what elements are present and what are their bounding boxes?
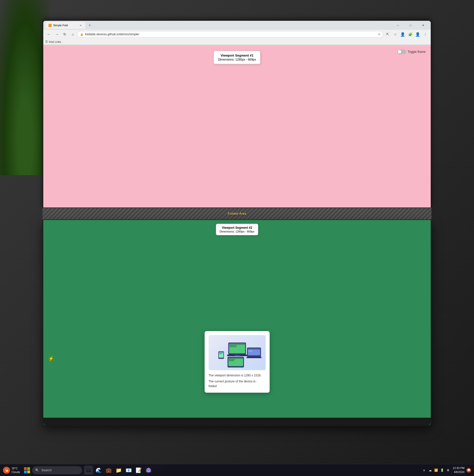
browser-chrome: 🟧 Simple Fold ✕ + ─ □ ✕ ← → ↻ ⌂ 🔒 bbox=[43, 21, 431, 45]
weather-info: 18°C Cloudy bbox=[12, 466, 20, 474]
cast-icon[interactable]: ⇱ bbox=[384, 31, 391, 38]
top-screen: 🟧 Simple Fold ✕ + ─ □ ✕ ← → ↻ ⌂ 🔒 bbox=[43, 20, 431, 207]
extensions-icon[interactable]: 🧩 bbox=[407, 31, 414, 38]
bookmarks-label[interactable]: Intel Links bbox=[49, 40, 61, 43]
tray-cloud[interactable]: ☁ bbox=[428, 468, 433, 473]
window-controls: ─ □ ✕ bbox=[392, 22, 429, 29]
tray-wifi[interactable]: 📶 bbox=[434, 468, 439, 473]
reload-button[interactable]: ↻ bbox=[61, 31, 68, 38]
segment-1-dimensions: Dimensions: 1280px - 669px bbox=[218, 58, 256, 61]
clock-display[interactable]: 12:43 PM 4/8/2024 bbox=[453, 466, 464, 474]
folded-area-label: Folded Area bbox=[228, 212, 246, 215]
edge-icon: 🌊 bbox=[96, 467, 102, 473]
svg-rect-11 bbox=[230, 347, 237, 347]
system-tray: ∧ ☁ 📶 🔋 ⚙ 12:43 PM 4/8/2024 💬 bbox=[422, 466, 471, 474]
taskbar: 🌤 18°C Cloudy 🔍 Search 🗂 🌊 💼 📁 bbox=[0, 464, 474, 476]
svg-rect-10 bbox=[230, 346, 236, 346]
notification-button[interactable]: 💬 bbox=[466, 468, 471, 472]
reload-icon-small: ↻ bbox=[378, 33, 380, 36]
taskbar-search-bar[interactable]: 🔍 Search bbox=[32, 466, 82, 474]
notification-icon: 💬 bbox=[467, 469, 470, 471]
tray-icons: ∧ ☁ 📶 🔋 ⚙ bbox=[422, 468, 451, 473]
toggle-switch[interactable] bbox=[397, 50, 406, 54]
weather-temp: 18°C bbox=[12, 466, 20, 470]
file-explorer-icon: 🗂 bbox=[86, 467, 91, 473]
posture-info: The current posture of the device is : f… bbox=[209, 379, 266, 389]
toggle-knob bbox=[398, 50, 401, 54]
taskbar-app-outlook[interactable]: 📧 bbox=[124, 466, 133, 475]
content-card: The viewport dimension is 1280 x 1528. T… bbox=[205, 331, 270, 393]
tray-settings[interactable]: ⚙ bbox=[446, 468, 451, 473]
svg-rect-8 bbox=[229, 343, 245, 345]
toggle-label: Toggle iframe bbox=[408, 50, 426, 54]
search-label: Search bbox=[41, 468, 52, 472]
svg-rect-17 bbox=[248, 350, 253, 350]
toggle-iframe-control[interactable]: Toggle iframe bbox=[397, 50, 426, 54]
profile-icon-1[interactable]: 👤 bbox=[399, 31, 406, 38]
tray-battery[interactable]: 🔋 bbox=[440, 468, 445, 473]
svg-rect-13 bbox=[235, 355, 240, 356]
browser-tab-active[interactable]: 🟧 Simple Fold ✕ bbox=[45, 22, 85, 29]
notes-icon: 📝 bbox=[136, 467, 142, 473]
forward-button[interactable]: → bbox=[53, 31, 60, 38]
side-app-icon[interactable]: ⚡ bbox=[47, 355, 55, 363]
menu-button[interactable]: ⋮ bbox=[422, 31, 429, 38]
laptop-device: 🟧 Simple Fold ✕ + ─ □ ✕ ← → ↻ ⌂ 🔒 bbox=[43, 20, 431, 426]
logo-square-4 bbox=[27, 470, 30, 473]
taskbar-app-notes[interactable]: 📝 bbox=[134, 466, 143, 475]
tab-title: Simple Fold bbox=[53, 24, 68, 27]
svg-rect-16 bbox=[248, 348, 260, 350]
svg-rect-23 bbox=[228, 358, 243, 359]
clock-time: 12:43 PM bbox=[453, 466, 464, 470]
search-icon: 🔍 bbox=[35, 468, 39, 472]
taskbar-apps: 🗂 🌊 💼 📁 📧 📝 bbox=[84, 466, 153, 475]
svg-rect-22 bbox=[228, 358, 243, 366]
weather-widget[interactable]: 🌤 18°C Cloudy bbox=[3, 466, 20, 474]
address-bar[interactable]: 🔒 foldable-devices.github.io/demos/simpl… bbox=[77, 31, 383, 38]
bookmark-icon[interactable]: ☆ bbox=[392, 31, 399, 38]
maximize-button[interactable]: □ bbox=[405, 22, 416, 29]
taskbar-app-file-explorer[interactable]: 🗂 bbox=[84, 466, 93, 475]
clock-date: 4/8/2024 bbox=[453, 470, 464, 474]
tray-chevron[interactable]: ∧ bbox=[422, 468, 427, 473]
svg-rect-24 bbox=[229, 359, 235, 360]
taskbar-app-chrome[interactable] bbox=[144, 466, 153, 475]
teams-icon: 💼 bbox=[106, 467, 112, 473]
bottom-screen: Viewport Segment #2 Dimensions: 1280px -… bbox=[43, 220, 431, 426]
weather-icon: 🌤 bbox=[3, 467, 10, 474]
svg-rect-20 bbox=[246, 357, 262, 358]
bookmarks-bar: ☰ Intel Links bbox=[43, 39, 431, 45]
logo-square-1 bbox=[24, 467, 27, 470]
tab-close-button[interactable]: ✕ bbox=[79, 24, 82, 27]
taskbar-app-edge[interactable]: 🌊 bbox=[94, 466, 103, 475]
segment-2-dimensions: Dimensions: 1280px - 669px bbox=[220, 230, 254, 233]
browser-content-top: Viewport Segment #1 Dimensions: 1280px -… bbox=[43, 46, 431, 207]
svg-rect-26 bbox=[229, 361, 234, 361]
bookmarks-icon: ☰ bbox=[45, 40, 48, 43]
viewport-dimension-text: The viewport dimension is 1280 x 1528. T… bbox=[209, 373, 266, 389]
bottom-bezel bbox=[43, 418, 431, 425]
url-text: foldable-devices.github.io/demos/simple/ bbox=[85, 33, 377, 36]
hinge-area: Folded Area bbox=[43, 207, 431, 220]
tab-bar: 🟧 Simple Fold ✕ + ─ □ ✕ bbox=[43, 21, 431, 30]
chrome-icon bbox=[146, 467, 151, 473]
viewport-info: The viewport dimension is 1280 x 1528. bbox=[209, 373, 266, 378]
outlook-icon: 📧 bbox=[126, 467, 132, 473]
taskbar-app-office[interactable]: 📁 bbox=[114, 466, 123, 475]
viewport-segment-1-card: Viewport Segment #1 Dimensions: 1280px -… bbox=[214, 51, 260, 64]
svg-rect-5 bbox=[219, 354, 222, 354]
logo-square-2 bbox=[27, 467, 30, 470]
minimize-button[interactable]: ─ bbox=[392, 22, 404, 29]
profile-icon-2[interactable]: 👤 bbox=[414, 31, 421, 38]
home-button[interactable]: ⌂ bbox=[69, 31, 76, 38]
new-tab-button[interactable]: + bbox=[86, 22, 93, 29]
taskbar-app-teams[interactable]: 💼 bbox=[104, 466, 113, 475]
start-button[interactable] bbox=[23, 466, 31, 474]
toolbar-icons: ⇱ ☆ 👤 🧩 👤 ⋮ bbox=[384, 31, 429, 38]
segment-1-title: Viewport Segment #1 bbox=[218, 54, 256, 57]
close-button[interactable]: ✕ bbox=[417, 22, 429, 29]
svg-rect-9 bbox=[230, 345, 237, 346]
back-button[interactable]: ← bbox=[45, 31, 52, 38]
svg-rect-4 bbox=[219, 353, 222, 354]
svg-rect-19 bbox=[248, 351, 253, 352]
